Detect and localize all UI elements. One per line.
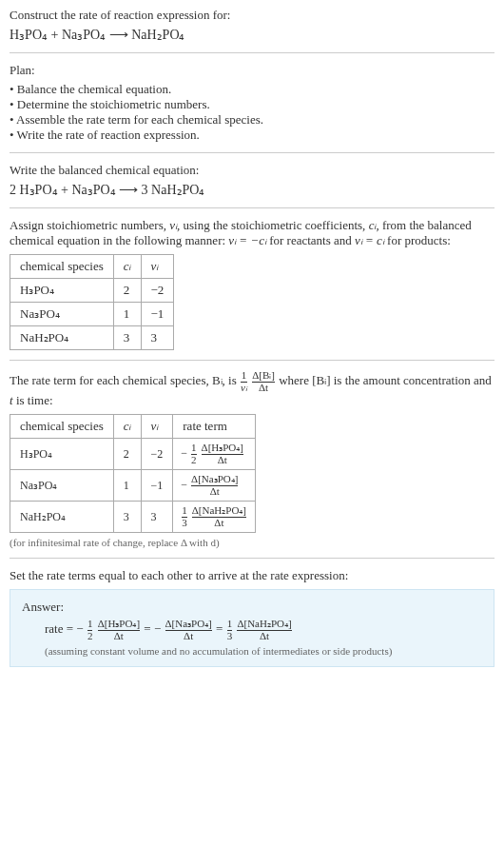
col-nu: νᵢ xyxy=(141,255,174,279)
cell-nu: −1 xyxy=(141,303,174,326)
table-row: NaH₂PO₄ 3 3 1 3 Δ[NaH₂PO₄] Δt xyxy=(10,502,256,533)
frac-bot: Δt xyxy=(202,455,243,466)
frac-term-1: Δ[H₃PO₄] Δt xyxy=(98,619,140,641)
frac-term-3: Δ[NaH₂PO₄] Δt xyxy=(237,619,291,641)
frac-bot: 3 xyxy=(182,518,187,529)
text: where [Bᵢ] is the amount concentration a… xyxy=(279,373,492,387)
frac-bot: Δt xyxy=(237,631,291,642)
equals: = xyxy=(144,621,154,636)
frac-delta: Δ[H₃PO₄] Δt xyxy=(202,443,243,465)
relation-2: νᵢ = cᵢ xyxy=(355,233,384,247)
cell-nu: −2 xyxy=(141,439,173,470)
final-section: Set the rate terms equal to each other t… xyxy=(10,568,494,677)
plan-list: Balance the chemical equation. Determine… xyxy=(10,82,494,143)
frac-one-over-nu: 1 νᵢ xyxy=(241,370,247,393)
col-species: chemical species xyxy=(10,415,114,439)
reactant-2: Na₃PO₄ xyxy=(62,28,106,42)
cell-species: NaH₂PO₄ xyxy=(10,326,114,350)
rate-term-section: The rate term for each chemical species,… xyxy=(10,370,494,559)
frac-top: 1 xyxy=(182,505,187,518)
rate-term-table: chemical species cᵢ νᵢ rate term H₃PO₄ 2… xyxy=(10,414,256,533)
balanced-section: Write the balanced chemical equation: 2 … xyxy=(10,163,494,208)
table-row: H₃PO₄ 2 −2 − 1 2 Δ[H₃PO₄] Δt xyxy=(10,439,256,470)
frac-bot: Δt xyxy=(98,631,140,642)
relation-1: νᵢ = −cᵢ xyxy=(228,233,266,247)
frac-top: Δ[Bᵢ] xyxy=(252,370,275,383)
rate-word: rate = xyxy=(45,621,76,636)
frac-bot: Δt xyxy=(252,383,275,394)
frac-bot: Δt xyxy=(165,631,212,642)
plan-section: Plan: Balance the chemical equation. Det… xyxy=(10,63,494,153)
frac-bot: Δt xyxy=(191,486,238,498)
frac-bot: 3 xyxy=(227,631,233,642)
frac-bot: νᵢ xyxy=(241,383,247,394)
frac-delta-b: Δ[Bᵢ] Δt xyxy=(252,370,275,393)
final-heading: Set the rate terms equal to each other t… xyxy=(10,568,494,583)
prompt-equation: H₃PO₄ + Na₃PO₄ ⟶ NaH₂PO₄ xyxy=(10,27,494,43)
cell-nu: −2 xyxy=(141,279,174,303)
prompt-title: Construct the rate of reaction expressio… xyxy=(10,8,494,23)
balanced-heading: Write the balanced chemical equation: xyxy=(10,163,494,178)
cell-nu: 3 xyxy=(141,326,174,350)
frac-top: Δ[NaH₂PO₄] xyxy=(192,505,246,518)
table-header-row: chemical species cᵢ νᵢ rate term xyxy=(10,415,256,439)
cell-c: 1 xyxy=(113,303,141,326)
frac-top: 1 xyxy=(191,443,197,455)
equals: = xyxy=(216,621,226,636)
cell-nu: 3 xyxy=(141,502,173,533)
plan-item: Determine the stoichiometric numbers. xyxy=(10,97,494,112)
cell-species: H₃PO₄ xyxy=(10,439,114,470)
rate-term-intro: The rate term for each chemical species,… xyxy=(10,370,494,408)
col-c: cᵢ xyxy=(113,255,141,279)
col-c: cᵢ xyxy=(113,415,141,439)
cell-species: Na₃PO₄ xyxy=(10,303,114,326)
plan-item: Assemble the rate term for each chemical… xyxy=(10,112,494,128)
prompt-section: Construct the rate of reaction expressio… xyxy=(10,8,494,53)
frac-third: 1 3 xyxy=(227,619,233,641)
minus: − xyxy=(181,478,187,491)
frac-coef: 1 3 xyxy=(182,505,187,528)
table-row: Na₃PO₄ 1 −1 − Δ[Na₃PO₄] Δt xyxy=(10,470,256,502)
minus: − xyxy=(76,621,83,636)
cell-rate-term: − Δ[Na₃PO₄] Δt xyxy=(173,470,256,502)
plan-item: Write the rate of reaction expression. xyxy=(10,128,494,143)
answer-box: Answer: rate = − 1 2 Δ[H₃PO₄] Δt = − Δ[N… xyxy=(10,589,494,667)
frac-bot: Δt xyxy=(192,518,246,529)
frac-coef: 1 2 xyxy=(191,443,197,465)
frac-delta: Δ[NaH₂PO₄] Δt xyxy=(192,505,246,528)
col-species: chemical species xyxy=(10,255,114,279)
col-rate-term: rate term xyxy=(173,415,256,439)
stoich-table: chemical species cᵢ νᵢ H₃PO₄ 2 −2 Na₃PO₄… xyxy=(10,254,174,350)
cell-c: 3 xyxy=(113,326,141,350)
frac-half: 1 2 xyxy=(87,619,93,641)
cell-species: Na₃PO₄ xyxy=(10,470,114,502)
plus: + xyxy=(48,28,62,42)
table-row: Na₃PO₄ 1 −1 xyxy=(10,303,174,326)
text: is time: xyxy=(13,393,53,407)
plan-item: Balance the chemical equation. xyxy=(10,82,494,97)
plan-heading: Plan: xyxy=(10,63,494,78)
frac-top: Δ[H₃PO₄] xyxy=(202,443,243,455)
frac-top: 1 xyxy=(241,370,247,383)
text: The rate term for each chemical species,… xyxy=(10,373,240,387)
frac-top: Δ[Na₃PO₄] xyxy=(191,474,238,486)
stoich-section: Assign stoichiometric numbers, νᵢ, using… xyxy=(10,218,494,361)
text: for reactants and xyxy=(266,233,355,247)
answer-assumption: (assuming constant volume and no accumul… xyxy=(45,645,482,657)
cell-rate-term: 1 3 Δ[NaH₂PO₄] Δt xyxy=(173,502,256,533)
table-row: NaH₂PO₄ 3 3 xyxy=(10,326,174,350)
cell-c: 1 xyxy=(113,470,141,502)
minus: − xyxy=(154,621,161,636)
col-nu: νᵢ xyxy=(141,415,173,439)
cell-c: 2 xyxy=(113,279,141,303)
frac-term-2: Δ[Na₃PO₄] Δt xyxy=(165,619,212,641)
frac-delta: Δ[Na₃PO₄] Δt xyxy=(191,474,238,497)
cell-species: H₃PO₄ xyxy=(10,279,114,303)
text: Assign stoichiometric numbers, xyxy=(10,218,169,232)
text: for products: xyxy=(384,233,451,247)
text: , using the stoichiometric coefficients, xyxy=(177,218,369,232)
minus: − xyxy=(181,446,187,460)
cell-c: 3 xyxy=(113,502,141,533)
stoich-intro: Assign stoichiometric numbers, νᵢ, using… xyxy=(10,218,494,248)
cell-rate-term: − 1 2 Δ[H₃PO₄] Δt xyxy=(173,439,256,470)
